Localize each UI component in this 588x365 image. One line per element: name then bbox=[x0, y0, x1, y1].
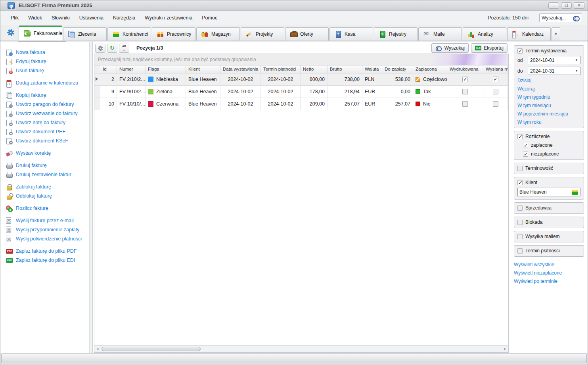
sidebar-splitter[interactable] bbox=[89, 42, 93, 353]
table-row[interactable]: 10 FV 10/10/... Czerwona Blue Heaven 202… bbox=[94, 98, 508, 110]
date-preset-link[interactable]: W tym roku bbox=[517, 119, 580, 125]
sidebar-action[interactable]: Utwórz notę do faktury bbox=[6, 118, 89, 127]
printed-checkbox[interactable] bbox=[462, 77, 468, 82]
filter-option-checkbox[interactable] bbox=[523, 152, 528, 157]
filter-option-checkbox[interactable] bbox=[523, 143, 528, 148]
ribbon-tab[interactable]: Magazyn bbox=[196, 27, 240, 40]
minimize-button[interactable] bbox=[548, 2, 559, 9]
emailed-checkbox[interactable] bbox=[493, 101, 498, 107]
date-preset-link[interactable]: W tym miesiącu bbox=[517, 103, 580, 108]
ribbon-tab[interactable]: Fakturowanie bbox=[19, 25, 62, 40]
search-button[interactable]: Wyszukaj bbox=[431, 43, 469, 53]
column-header[interactable]: Termin płatności bbox=[261, 65, 301, 73]
date-preset-link[interactable]: W poprzednim miesiącu bbox=[517, 111, 580, 117]
close-button[interactable] bbox=[574, 2, 584, 9]
filter-checkbox[interactable] bbox=[517, 180, 523, 185]
column-header[interactable]: Do zapłaty bbox=[382, 65, 413, 73]
refresh-button[interactable] bbox=[107, 44, 117, 53]
menu-item[interactable]: Widok bbox=[23, 13, 47, 23]
sidebar-action[interactable]: Wyślij fakturę przez e-mail bbox=[6, 216, 89, 225]
sidebar-action[interactable]: Kopiuj fakturę bbox=[6, 90, 89, 100]
sidebar-action[interactable]: Utwórz wezwanie do faktury bbox=[6, 109, 89, 118]
column-header[interactable]: Waluta bbox=[362, 65, 382, 73]
display-filter-link[interactable]: Wyświetl wszystkie bbox=[514, 261, 584, 269]
sidebar-action[interactable]: Drukuj fakturę bbox=[6, 161, 89, 170]
sidebar-action[interactable]: Zablokuj fakturę bbox=[6, 182, 89, 191]
sidebar-action[interactable]: Zapisz fakturę do pliku PDF bbox=[6, 246, 89, 256]
menu-item[interactable]: Pomoc bbox=[197, 13, 222, 23]
sidebar-action[interactable]: Wystaw korektę bbox=[6, 148, 89, 158]
display-filter-link[interactable]: Wyświetl po terminie bbox=[514, 277, 584, 286]
display-filter-link[interactable]: Wyświetl niezapłacone bbox=[514, 269, 584, 277]
ribbon-tab[interactable]: Projekty bbox=[241, 27, 284, 40]
column-header[interactable]: Wysłana ma bbox=[483, 65, 508, 73]
sidebar-action[interactable]: Wyślij przypomnienie zapłaty bbox=[6, 225, 89, 234]
menu-item[interactable]: Plik bbox=[6, 13, 23, 23]
ribbon-tab[interactable]: Maile bbox=[418, 27, 462, 40]
sidebar-action[interactable]: Utwórz dokument PEF bbox=[6, 127, 89, 136]
scroll-left-arrow[interactable] bbox=[95, 346, 100, 352]
column-header[interactable]: Flaga bbox=[146, 65, 186, 73]
global-search-input[interactable]: Wyszukaj... bbox=[539, 13, 582, 22]
sidebar-action[interactable]: Utwórz paragon do faktury bbox=[6, 100, 89, 109]
ribbon-tab[interactable]: Rejestry bbox=[374, 27, 418, 40]
emailed-checkbox[interactable] bbox=[493, 77, 498, 82]
column-header[interactable]: Zapłacona bbox=[413, 65, 447, 73]
date-to-select[interactable]: 2024-10-31 bbox=[528, 67, 580, 75]
table-row[interactable]: 2 FV 2/10/2... Niebieska Blue Heaven 202… bbox=[94, 73, 508, 86]
client-filter-input[interactable]: Blue Heaven bbox=[517, 188, 580, 196]
sidebar-action[interactable]: Rozlicz fakturę bbox=[6, 204, 89, 213]
ribbon-tab[interactable]: Pracownicy bbox=[152, 27, 195, 40]
filter-checkbox[interactable] bbox=[517, 48, 523, 54]
menu-item[interactable]: Narzędzia bbox=[108, 13, 140, 23]
column-header[interactable]: Id bbox=[100, 65, 117, 73]
scroll-right-arrow[interactable] bbox=[503, 346, 508, 352]
printed-checkbox[interactable] bbox=[462, 89, 468, 94]
scrollbar-thumb[interactable] bbox=[102, 347, 201, 351]
ribbon-tab[interactable]: Kalendarz bbox=[507, 27, 551, 40]
table-row[interactable]: 9 FV 9/10/2... Zielona Blue Heaven 2024-… bbox=[94, 86, 508, 98]
maximize-button[interactable] bbox=[561, 2, 572, 9]
filter-checkbox[interactable] bbox=[517, 166, 523, 171]
client-picker-icon[interactable] bbox=[572, 189, 578, 195]
ribbon-tab[interactable]: Zlecenia bbox=[63, 27, 107, 40]
ribbon-tab[interactable]: Kontrahenci bbox=[107, 27, 151, 40]
column-header[interactable]: Brutto bbox=[328, 65, 362, 73]
date-from-select[interactable]: 2024-10-01 bbox=[528, 56, 580, 64]
horizontal-scrollbar[interactable] bbox=[94, 345, 508, 352]
sidebar-action[interactable]: Drukuj zestawienie faktur bbox=[6, 170, 89, 179]
sidebar-action[interactable]: Wyślij potwierdzenie płatności bbox=[6, 234, 89, 243]
autofit-columns-button[interactable] bbox=[119, 44, 129, 53]
printed-checkbox[interactable] bbox=[462, 101, 468, 107]
sidebar-action[interactable]: Odblokuj fakturę bbox=[6, 191, 89, 200]
menu-item[interactable]: Słowniki bbox=[47, 13, 75, 23]
filter-checkbox[interactable] bbox=[517, 220, 523, 225]
date-preset-link[interactable]: Dzisiaj bbox=[517, 78, 580, 83]
sidebar-action[interactable]: Edytuj fakturę bbox=[6, 57, 89, 66]
filter-checkbox[interactable] bbox=[517, 134, 523, 139]
sidebar-action[interactable]: Utwórz dokument KSeF bbox=[6, 136, 89, 145]
column-header[interactable]: Klient bbox=[186, 65, 220, 73]
ribbon-tab[interactable]: Analizy bbox=[463, 27, 506, 40]
app-settings-button[interactable] bbox=[3, 25, 19, 40]
export-button[interactable]: Eksportuj bbox=[471, 43, 508, 53]
filter-checkbox[interactable] bbox=[517, 234, 523, 239]
sidebar-action[interactable]: Usuń fakturę bbox=[6, 66, 89, 75]
filter-checkbox[interactable] bbox=[517, 206, 523, 211]
ribbon-overflow-button[interactable] bbox=[552, 27, 560, 40]
column-header[interactable]: Netto bbox=[301, 65, 328, 73]
ribbon-tab[interactable]: Oferty bbox=[285, 27, 329, 40]
sidebar-action[interactable]: Zapisz fakturę do pliku EDI bbox=[6, 256, 89, 265]
date-preset-link[interactable]: W tym tygodniu bbox=[517, 94, 580, 100]
date-preset-link[interactable]: Wczoraj bbox=[517, 86, 580, 92]
ribbon-tab[interactable]: Kasa bbox=[329, 27, 373, 40]
sidebar-action[interactable]: Nowa faktura bbox=[6, 48, 89, 57]
grouping-drop-zone[interactable]: Przeciągnij tutaj nagłówek kolumny, jeśl… bbox=[94, 54, 508, 65]
grid-settings-button[interactable] bbox=[95, 44, 105, 53]
sidebar-action[interactable]: Dodaj zadanie w kalendarzu bbox=[6, 78, 89, 87]
menu-item[interactable]: Ustawienia bbox=[75, 13, 108, 23]
filter-checkbox[interactable] bbox=[517, 248, 523, 254]
emailed-checkbox[interactable] bbox=[493, 89, 498, 94]
column-header[interactable]: Data wystawienia bbox=[220, 65, 261, 73]
column-header[interactable]: Numer bbox=[117, 65, 146, 73]
